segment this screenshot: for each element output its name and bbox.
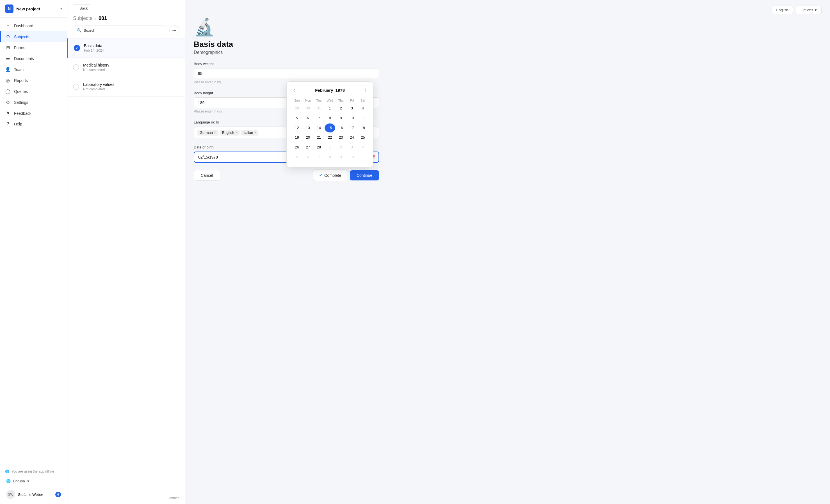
- cal-day[interactable]: 2: [336, 143, 346, 152]
- cal-day[interactable]: 28: [314, 143, 324, 152]
- cal-day[interactable]: 14: [314, 124, 324, 133]
- user-row: SW Stefanie Weber 0: [5, 488, 62, 501]
- item-info-laboratory-values: Laboratory values Not completed: [83, 82, 180, 91]
- sidebar-item-feedback[interactable]: ⚑ Feedback: [0, 108, 67, 119]
- sidebar-item-forms[interactable]: ⊞ Forms: [0, 42, 67, 53]
- cal-day-selected[interactable]: 15: [325, 124, 335, 133]
- item-info-basis-data: Basis data Feb 14, 2024: [84, 43, 180, 53]
- cal-day[interactable]: 19: [292, 133, 302, 142]
- complete-button[interactable]: ✓ Complete: [313, 169, 347, 181]
- tag-german-remove[interactable]: ×: [214, 131, 216, 134]
- cal-day[interactable]: 5: [292, 153, 302, 162]
- sidebar-item-settings[interactable]: ⚙ Settings: [0, 97, 67, 108]
- cal-day[interactable]: 7: [314, 153, 324, 162]
- cal-day[interactable]: 30: [303, 104, 313, 113]
- options-button[interactable]: Options ▾: [796, 6, 822, 14]
- cal-day[interactable]: 22: [325, 133, 335, 142]
- tag-italian-remove[interactable]: ×: [254, 131, 256, 134]
- action-bar: Cancel ✓ Complete Continue: [194, 169, 379, 181]
- cal-day[interactable]: 18: [358, 124, 368, 133]
- sidebar-item-dashboard[interactable]: ⌂ Dashboard: [0, 21, 67, 31]
- body-weight-field: Body weight Please enter in kg.: [194, 62, 379, 84]
- cal-day[interactable]: 3: [347, 104, 357, 113]
- sidebar-item-team[interactable]: 👤 Team: [0, 64, 67, 75]
- subject-list: ✓ Basis data Feb 14, 2024 Medical histor…: [67, 38, 185, 492]
- cal-day[interactable]: 8: [325, 114, 335, 123]
- list-item[interactable]: Laboratory values Not completed: [67, 77, 185, 97]
- item-subtitle: Not completed: [83, 87, 180, 91]
- body-weight-input[interactable]: [194, 68, 379, 79]
- help-icon: ?: [5, 122, 11, 127]
- sidebar-item-subjects[interactable]: ⊙ Subjects: [0, 31, 67, 42]
- sidebar-item-reports[interactable]: ◎ Reports: [0, 75, 67, 86]
- cal-day[interactable]: 26: [292, 143, 302, 152]
- cal-day[interactable]: 23: [336, 133, 346, 142]
- forms-icon: ⊞: [5, 45, 11, 50]
- calendar-prev-button[interactable]: ‹: [292, 87, 297, 94]
- list-item[interactable]: Medical history Not completed: [67, 58, 185, 77]
- cal-day[interactable]: 4: [358, 143, 368, 152]
- back-label: Back: [79, 6, 88, 10]
- breadcrumb-sep: ›: [95, 15, 96, 21]
- cal-day[interactable]: 21: [314, 133, 324, 142]
- sidebar-item-help[interactable]: ? Help: [0, 119, 67, 129]
- cal-dow-tue: Tue: [314, 98, 324, 103]
- calendar-year: 1978: [335, 88, 345, 93]
- cal-day[interactable]: 9: [336, 153, 346, 162]
- avatar-initials: SW: [8, 493, 13, 496]
- cal-day[interactable]: 16: [336, 124, 346, 133]
- cal-day[interactable]: 24: [347, 133, 357, 142]
- cal-day[interactable]: 20: [303, 133, 313, 142]
- cal-day[interactable]: 31: [314, 104, 324, 113]
- back-chevron-icon: ‹: [77, 6, 78, 10]
- globe-icon: 🌐: [6, 479, 11, 483]
- cal-day[interactable]: 29: [292, 104, 302, 113]
- search-input[interactable]: [84, 28, 163, 33]
- sidebar-item-label: Feedback: [14, 111, 31, 115]
- cal-day[interactable]: 3: [347, 143, 357, 152]
- language-selector[interactable]: 🌐 English ▾: [5, 477, 62, 485]
- sidebar-item-queries[interactable]: ◯ Queries: [0, 86, 67, 97]
- sidebar-item-documents[interactable]: ☰ Documents: [0, 53, 67, 64]
- project-chevron-icon[interactable]: ▾: [60, 7, 62, 11]
- options-label: Options: [800, 8, 813, 12]
- continue-button[interactable]: Continue: [350, 170, 379, 180]
- sidebar-header: N New project ▾: [0, 0, 67, 18]
- queries-icon: ◯: [5, 89, 11, 94]
- cancel-button[interactable]: Cancel: [194, 170, 220, 181]
- main-content: English Options ▾ 🔬 Basis data Demograph…: [185, 0, 830, 504]
- cal-day[interactable]: 6: [303, 114, 313, 123]
- back-button[interactable]: ‹ Back: [73, 4, 91, 12]
- cal-day[interactable]: 17: [347, 124, 357, 133]
- sidebar-item-label: Team: [14, 67, 24, 72]
- cal-day[interactable]: 10: [347, 153, 357, 162]
- cal-day[interactable]: 7: [314, 114, 324, 123]
- list-item[interactable]: ✓ Basis data Feb 14, 2024: [67, 38, 185, 58]
- search-icon: 🔍: [77, 28, 82, 33]
- calendar-next-button[interactable]: ›: [363, 87, 368, 94]
- cal-day[interactable]: 1: [325, 104, 335, 113]
- tag-english-remove[interactable]: ×: [235, 131, 237, 134]
- cal-day[interactable]: 9: [336, 114, 346, 123]
- cal-day[interactable]: 11: [358, 114, 368, 123]
- cal-day[interactable]: 6: [303, 153, 313, 162]
- cal-day[interactable]: 8: [325, 153, 335, 162]
- cal-day[interactable]: 5: [292, 114, 302, 123]
- subjects-icon: ⊙: [5, 34, 11, 39]
- cal-day[interactable]: 10: [347, 114, 357, 123]
- cal-day[interactable]: 2: [336, 104, 346, 113]
- cal-day[interactable]: 11: [358, 153, 368, 162]
- cal-day[interactable]: 13: [303, 124, 313, 133]
- breadcrumb-parent[interactable]: Subjects: [73, 15, 92, 21]
- cal-day[interactable]: 12: [292, 124, 302, 133]
- cal-day[interactable]: 4: [358, 104, 368, 113]
- action-right: ✓ Complete Continue: [313, 169, 379, 181]
- language-button[interactable]: English: [772, 6, 793, 14]
- tag-german: German ×: [197, 130, 218, 136]
- section-title: Demographics: [194, 50, 379, 55]
- cal-day[interactable]: 1: [325, 143, 335, 152]
- more-button[interactable]: •••: [169, 25, 180, 35]
- cal-day[interactable]: 27: [303, 143, 313, 152]
- sidebar-nav: ⌂ Dashboard ⊙ Subjects ⊞ Forms ☰ Documen…: [0, 18, 67, 466]
- cal-day[interactable]: 25: [358, 133, 368, 142]
